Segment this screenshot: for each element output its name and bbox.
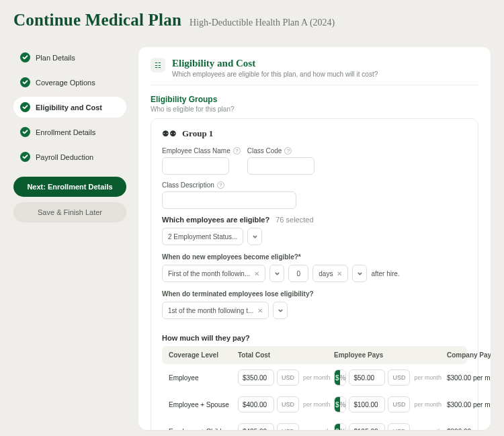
col-total-cost: Total Cost — [238, 351, 329, 359]
after-hire-text: after hire. — [371, 270, 399, 277]
employee-class-name-label: Employee Class Name ? — [162, 147, 241, 155]
cost-question: How much will they pay? — [162, 334, 467, 342]
percent-option[interactable]: % — [340, 424, 346, 430]
step-coverage-options[interactable]: Coverage Options — [13, 72, 126, 93]
dollar-percent-toggle[interactable]: $% — [334, 423, 346, 430]
employee-pays-input[interactable] — [349, 423, 385, 430]
group-card: ⚉⚉ Group 1 Employee Class Name ? Class C… — [151, 118, 478, 430]
eligibility-groups-heading: Eligibility Groups — [151, 95, 478, 104]
dollar-option[interactable]: $ — [335, 370, 340, 385]
total-cost-input[interactable] — [238, 369, 274, 386]
close-icon[interactable]: ✕ — [254, 270, 259, 277]
table-row: EmployeeUSDper month$%USDper month$300.0… — [162, 364, 467, 391]
total-cost-input[interactable] — [238, 423, 274, 430]
step-payroll-deduction[interactable]: Payroll Deduction — [13, 146, 126, 167]
total-cost-input[interactable] — [238, 396, 274, 412]
save-finish-later-button[interactable]: Save & Finish Later — [13, 202, 126, 222]
page-subtitle: High-Deductible Health Plan A (2024) — [190, 17, 335, 28]
currency-unit: USD — [388, 369, 410, 386]
per-month-text: per month — [414, 428, 442, 430]
class-code-input[interactable] — [247, 157, 314, 175]
next-button[interactable]: Next: Enrollment Details — [13, 177, 126, 197]
dollar-percent-toggle[interactable]: $% — [334, 396, 346, 412]
main-panel: ☷ Eligibility and Cost Which employees a… — [138, 47, 491, 430]
per-month-text: per month — [414, 401, 442, 408]
company-pays-value: $300.00 per month — [447, 428, 491, 430]
dollar-option[interactable]: $ — [335, 397, 340, 412]
step-label: Eligibility and Cost — [36, 103, 102, 112]
currency-unit: USD — [388, 423, 410, 430]
per-month-text: per month — [303, 428, 331, 430]
check-circle-icon — [20, 52, 30, 62]
term-eligibility-rule-chip[interactable]: 1st of the month following t... ✕ — [162, 302, 269, 319]
new-eligibility-unit-dropdown[interactable] — [352, 265, 367, 282]
people-icon: ⚉⚉ — [162, 129, 177, 138]
currency-unit: USD — [277, 423, 299, 430]
coverage-level: Employee + Spouse — [169, 401, 233, 408]
per-month-text: per month — [414, 374, 442, 381]
step-enrollment-details[interactable]: Enrollment Details — [13, 122, 126, 142]
page-title: Continue Medical Plan — [13, 11, 181, 30]
dollar-percent-toggle[interactable]: $% — [334, 369, 346, 386]
coverage-level: Employee — [169, 374, 233, 382]
new-eligibility-rule-chip[interactable]: First of the month followin... ✕ — [162, 265, 265, 282]
cost-table: Coverage Level Total Cost Employee Pays … — [162, 346, 467, 430]
currency-unit: USD — [277, 369, 299, 386]
new-eligibility-label: When do new employees become eligible?* — [162, 253, 467, 261]
help-icon[interactable]: ? — [284, 147, 292, 155]
check-circle-icon — [20, 77, 30, 87]
class-description-input[interactable] — [162, 191, 296, 209]
employee-pays-input[interactable] — [349, 369, 385, 386]
wizard-sidebar: Plan Details Coverage Options Eligibilit… — [13, 47, 126, 430]
class-description-label: Class Description ? — [162, 181, 296, 189]
table-row: Employee + ChildrenUSDper month$%USDper … — [162, 418, 467, 430]
step-label: Enrollment Details — [36, 128, 95, 136]
table-row: Employee + SpouseUSDper month$%USDper mo… — [162, 391, 467, 418]
term-eligibility-label: When do terminated employees lose eligib… — [162, 290, 467, 298]
currency-unit: USD — [388, 396, 410, 412]
employment-status-dropdown[interactable] — [247, 228, 262, 245]
company-pays-value: $300.00 per month — [447, 374, 491, 382]
check-circle-icon — [20, 102, 30, 112]
eligible-count: 76 selected — [276, 216, 313, 224]
section-title: Eligibility and Cost — [172, 58, 378, 69]
per-month-text: per month — [303, 401, 331, 408]
percent-option[interactable]: % — [340, 397, 346, 412]
check-circle-icon — [20, 127, 30, 137]
currency-unit: USD — [277, 396, 299, 412]
step-label: Payroll Deduction — [36, 153, 93, 161]
eligible-question: Which employees are eligible? — [162, 216, 269, 224]
help-icon[interactable]: ? — [217, 181, 224, 189]
group-title: Group 1 — [182, 128, 213, 139]
col-company-pays: Company Pays — [447, 351, 491, 359]
col-employee-pays: Employee Pays — [334, 351, 442, 359]
step-eligibility-cost[interactable]: Eligibility and Cost — [13, 97, 126, 118]
new-eligibility-count[interactable]: 0 — [288, 265, 308, 282]
close-icon[interactable]: ✕ — [257, 307, 263, 314]
dollar-option[interactable]: $ — [335, 424, 340, 430]
employment-status-chip[interactable]: 2 Employment Status... — [162, 228, 243, 245]
per-month-text: per month — [303, 374, 331, 381]
company-pays-value: $300.00 per month — [447, 401, 491, 408]
class-code-label: Class Code ? — [247, 147, 314, 155]
new-eligibility-rule-dropdown[interactable] — [269, 265, 284, 282]
new-eligibility-unit-chip[interactable]: days ✕ — [312, 265, 348, 282]
sliders-icon: ☷ — [151, 58, 165, 73]
employee-class-name-input[interactable] — [162, 157, 229, 175]
employee-pays-input[interactable] — [349, 396, 385, 412]
term-eligibility-rule-dropdown[interactable] — [273, 302, 288, 319]
step-label: Coverage Options — [36, 79, 95, 87]
help-icon[interactable]: ? — [233, 147, 241, 155]
close-icon[interactable]: ✕ — [337, 270, 342, 277]
section-subtitle: Which employees are eligible for this pl… — [172, 71, 378, 78]
col-coverage-level: Coverage Level — [169, 351, 233, 359]
check-circle-icon — [20, 152, 30, 162]
step-plan-details[interactable]: Plan Details — [13, 47, 126, 68]
percent-option[interactable]: % — [340, 370, 346, 385]
eligibility-groups-subheading: Who is eligible for this plan? — [151, 105, 478, 113]
coverage-level: Employee + Children — [169, 428, 233, 430]
step-label: Plan Details — [36, 54, 75, 62]
